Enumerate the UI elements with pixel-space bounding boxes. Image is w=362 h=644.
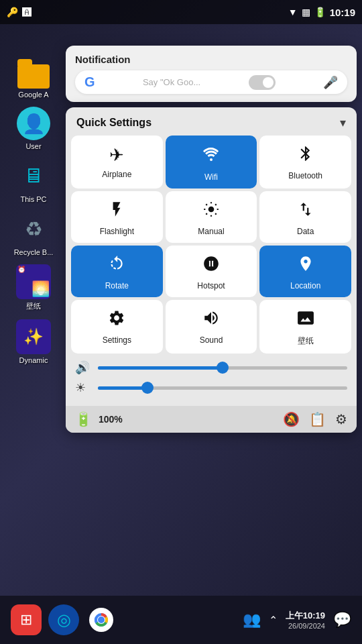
notification-search-bar[interactable]: G Say "Ok Goo... 🎤 xyxy=(75,70,347,94)
taskbar: ⊞ ◎ 👥 ⌃ 上午10:19 26/09/2024 💬 xyxy=(0,596,362,644)
monitor-icon: 🖥 xyxy=(23,164,44,187)
sound-label: Sound xyxy=(200,335,223,345)
qs-sliders: 🔊 ☀ xyxy=(66,358,357,406)
qs-grid: ✈ Airplane Wifi Bluetooth xyxy=(66,136,357,358)
notification-title: Notification xyxy=(75,54,347,65)
brightness-thumb[interactable] xyxy=(141,382,154,394)
taskbar-clock: 上午10:19 26/09/2024 xyxy=(286,610,325,630)
tile-rotate[interactable]: Rotate xyxy=(71,246,163,297)
wifi-label: Wifi xyxy=(204,172,218,182)
brightness-track[interactable] xyxy=(98,386,347,390)
tile-sound[interactable]: Sound xyxy=(166,300,257,354)
chat-icon[interactable]: 💬 xyxy=(333,611,351,629)
quick-settings-panel: Quick Settings ▾ ✈ Airplane Wifi Blu xyxy=(66,107,357,433)
battery-icon: 🔋 xyxy=(314,7,326,17)
flashlight-label: Flashlight xyxy=(100,227,134,236)
desktop-icon-dynamic[interactable]: ✨ Dynamic xyxy=(7,319,60,364)
tile-hotspot[interactable]: Hotspot xyxy=(166,246,257,297)
qs-title: Quick Settings xyxy=(76,117,152,129)
flashlight-icon xyxy=(108,201,125,223)
search-toggle[interactable] xyxy=(249,75,276,90)
volume-thumb[interactable] xyxy=(217,362,229,374)
location-icon xyxy=(297,255,314,277)
taskbar-app-browser[interactable]: ◎ xyxy=(48,604,79,635)
rotate-label: Rotate xyxy=(105,281,129,290)
desktop-icon-user[interactable]: 👤 User xyxy=(7,107,60,150)
desktop-icon-recycle-bin[interactable]: ♻ Recycle B... xyxy=(7,211,60,256)
lock-icon: 🔑 xyxy=(7,7,18,17)
qs-bottom-bar: 🔋 100% 🔕 📋 ⚙ xyxy=(66,406,357,433)
hotspot-label: Hotspot xyxy=(197,281,225,290)
svg-point-4 xyxy=(98,616,105,623)
tile-flashlight[interactable]: Flashlight xyxy=(71,191,163,243)
rotate-icon xyxy=(108,255,125,277)
taskbar-date: 26/09/2024 xyxy=(288,622,325,630)
hotspot-icon xyxy=(202,255,220,277)
volume-fill xyxy=(98,366,223,370)
mic-icon[interactable]: 🎤 xyxy=(323,75,338,90)
volume-track[interactable] xyxy=(98,366,347,370)
volume-slider-row[interactable]: 🔊 xyxy=(75,360,347,375)
desktop-icon-folder[interactable]: Google A xyxy=(7,54,60,99)
taskbar-time: 上午10:19 xyxy=(286,610,325,622)
volume-slider-icon: 🔊 xyxy=(75,360,91,375)
bluetooth-label: Bluetooth xyxy=(288,171,322,180)
google-g-icon: G xyxy=(84,74,95,90)
brightness-slider-row[interactable]: ☀ xyxy=(75,380,347,395)
chevron-up-icon[interactable]: ⌃ xyxy=(269,614,278,627)
tile-bluetooth[interactable]: Bluetooth xyxy=(259,136,351,189)
notification-panel: Notification G Say "Ok Goo... 🎤 xyxy=(66,46,357,102)
tile-wallpaper[interactable]: 壁纸 xyxy=(259,300,351,354)
qs-chevron-icon[interactable]: ▾ xyxy=(340,115,346,130)
settings-icon xyxy=(108,309,125,331)
status-time: 10:19 xyxy=(330,7,355,18)
folder-icon xyxy=(16,54,51,89)
location-label: Location xyxy=(290,281,320,290)
manual-label: Manual xyxy=(198,227,224,236)
sound-icon xyxy=(202,309,220,331)
desktop-icon-this-pc[interactable]: 🖥 This PC xyxy=(7,158,60,203)
wallpaper-app-label: 壁纸 xyxy=(26,301,41,311)
tile-settings[interactable]: Settings xyxy=(71,300,163,354)
qs-battery-icon: 🔋 xyxy=(75,411,92,427)
wifi-icon: ▼ xyxy=(288,7,298,17)
manual-icon xyxy=(202,201,220,223)
data-icon xyxy=(297,201,314,223)
mute-icon[interactable]: 🔕 xyxy=(283,411,300,427)
desktop-icons-container: Google A 👤 User 🖥 This PC ♻ Recycle B...… xyxy=(7,54,60,364)
brightness-fill xyxy=(98,386,147,390)
recycle-icon: ♻ xyxy=(25,217,43,241)
taskbar-app-chrome[interactable] xyxy=(86,604,117,635)
screenshot-icon[interactable]: 📋 xyxy=(309,411,326,427)
status-right-icons: ▼ ▩ 🔋 10:19 xyxy=(288,7,355,18)
user-label: User xyxy=(25,142,41,150)
bluetooth-icon xyxy=(297,145,314,167)
data-label: Data xyxy=(297,227,314,236)
recycle-bin-label: Recycle B... xyxy=(14,248,54,256)
search-placeholder: Say "Ok Goo... xyxy=(143,77,200,87)
folder-label: Google A xyxy=(18,91,48,99)
wifi-tile-icon xyxy=(202,145,221,168)
wallpaper-label: 壁纸 xyxy=(298,335,314,347)
taskbar-app-start[interactable]: ⊞ xyxy=(11,604,42,635)
settings-label: Settings xyxy=(103,335,131,345)
tile-manual[interactable]: Manual xyxy=(166,191,257,243)
dynamic-label: Dynamic xyxy=(19,356,48,364)
svg-point-0 xyxy=(208,207,215,213)
people-icon[interactable]: 👥 xyxy=(243,611,261,629)
brightness-slider-icon: ☀ xyxy=(75,380,91,395)
tile-airplane[interactable]: ✈ Airplane xyxy=(71,136,163,189)
status-bar: 🔑 🅰 ▼ ▩ 🔋 10:19 xyxy=(0,0,362,24)
taskbar-right: 👥 ⌃ 上午10:19 26/09/2024 💬 xyxy=(243,610,351,630)
qs-header: Quick Settings ▾ xyxy=(66,107,357,136)
airplane-icon: ✈ xyxy=(109,145,124,166)
tile-data[interactable]: Data xyxy=(259,191,351,243)
desktop-icon-wallpaper[interactable]: ⏰ 🌅 壁纸 xyxy=(7,264,60,311)
this-pc-label: This PC xyxy=(20,195,46,203)
taskbar-left: ⊞ ◎ xyxy=(11,604,117,635)
qs-bottom-icons: 🔕 📋 ⚙ xyxy=(283,411,347,427)
tile-location[interactable]: Location xyxy=(259,246,351,297)
tile-wifi[interactable]: Wifi xyxy=(166,136,257,189)
signal-icon: ▩ xyxy=(302,7,310,17)
qs-settings-icon[interactable]: ⚙ xyxy=(335,411,347,427)
